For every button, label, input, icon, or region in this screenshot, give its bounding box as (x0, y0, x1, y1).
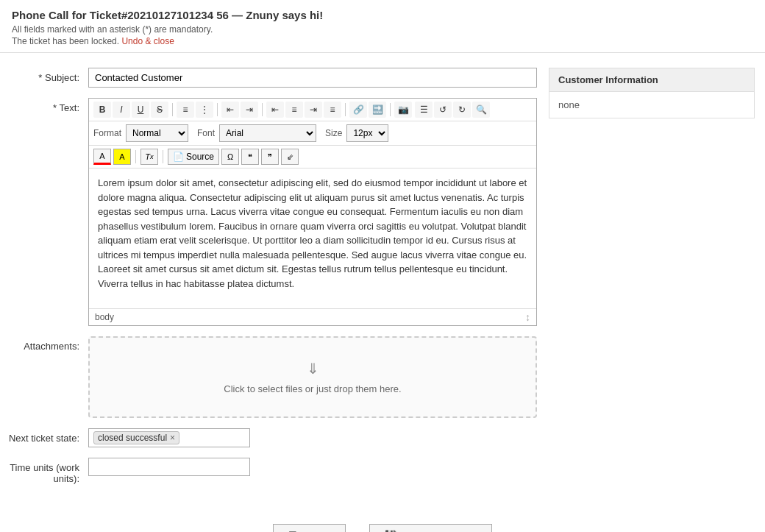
toolbar-row-1: B I U S ≡ ⋮ ⇤ ⇥ ⇤ ≡ ⇥ ≡ (89, 99, 536, 121)
editor-content[interactable]: Lorem ipsum dolor sit amet, consectetur … (89, 169, 536, 308)
subject-label: * Subject: (7, 68, 88, 83)
sep-7 (163, 150, 163, 163)
resize-handle[interactable]: ↕ (525, 311, 530, 323)
blockquote-button[interactable]: ❝ (241, 149, 259, 165)
next-state-label: Next ticket state: (7, 428, 88, 444)
redo-editor-button[interactable]: ↻ (453, 102, 471, 118)
quote-button[interactable]: ❞ (261, 149, 279, 165)
indent-button[interactable]: ⇥ (241, 102, 258, 118)
justify-full-button[interactable]: ☰ (415, 102, 433, 118)
submit-button[interactable]: ☑ Submit (273, 524, 346, 532)
source-icon: 📄 (173, 152, 184, 162)
next-state-input[interactable]: closed successful × (88, 428, 250, 447)
attachments-dropzone[interactable]: ⇓ Click to select files or just drop the… (88, 336, 537, 418)
save-new-button[interactable]: 💾 Save as new draft (369, 524, 492, 532)
unlink-button[interactable]: 🔜 (369, 102, 386, 118)
sidebar: Customer Information none (549, 68, 755, 494)
omega-button[interactable]: Ω (221, 149, 239, 165)
undo-editor-button[interactable]: ↺ (434, 102, 452, 118)
italic-button[interactable]: I (113, 102, 130, 118)
editor-wrapper: B I U S ≡ ⋮ ⇤ ⇥ ⇤ ≡ ⇥ ≡ (88, 98, 537, 326)
bottom-actions: ☑ Submit or 💾 Save as new draft (0, 509, 765, 532)
mandatory-note: All fields marked with an asterisk (*) a… (12, 24, 753, 35)
attachments-row: Attachments: ⇓ Click to select files or … (7, 336, 537, 418)
time-units-input[interactable] (88, 458, 250, 476)
font-label: Font (197, 128, 215, 138)
editor-footer: body ↕ (89, 308, 536, 325)
align-left-button[interactable]: ⇤ (266, 102, 284, 118)
time-units-row: Time units (work units): (7, 458, 537, 484)
sep-6 (135, 150, 136, 163)
next-state-tag-remove[interactable]: × (170, 433, 175, 443)
ordered-list-button[interactable]: ≡ (177, 102, 194, 118)
justify-button[interactable]: ≡ (324, 102, 341, 118)
body-tag: body (95, 312, 114, 322)
time-units-label: Time units (work units): (7, 458, 88, 484)
bold-button[interactable]: B (93, 102, 111, 118)
sep-3 (262, 103, 263, 116)
font-bgcolor-button[interactable]: A (113, 149, 131, 165)
format-label: Format (93, 128, 121, 138)
remove-format-button[interactable]: Tx (140, 149, 158, 165)
customer-info-header: Customer Information (549, 68, 754, 92)
undo-link[interactable]: Undo & close (121, 36, 174, 46)
sep-5 (390, 103, 391, 116)
customer-info-panel: Customer Information none (549, 68, 755, 118)
unordered-list-button[interactable]: ⋮ (196, 102, 213, 118)
editor-text: Lorem ipsum dolor sit amet, consectetur … (98, 176, 527, 291)
lock-notice: The ticket has been locked. Undo & close (12, 36, 753, 46)
toolbar-row-3: A A Tx 📄 Source Ω ❝ ❞ ⇙ (89, 146, 536, 169)
outdent-button[interactable]: ⇤ (221, 102, 239, 118)
sep-4 (345, 103, 346, 116)
page-header: Phone Call for Ticket#20210127101234 56 … (0, 0, 765, 53)
toolbar-row-2: Format Normal Heading 1 Heading 2 Font A… (89, 121, 536, 146)
next-state-row: Next ticket state: closed successful × (7, 428, 537, 447)
align-center-button[interactable]: ≡ (285, 102, 303, 118)
search-editor-button[interactable]: 🔍 (472, 102, 490, 118)
customer-info-body: none (549, 92, 754, 118)
text-row: * Text: B I U S ≡ ⋮ ⇤ ⇥ (7, 98, 537, 326)
sep-2 (217, 103, 218, 116)
underline-button[interactable]: U (132, 102, 149, 118)
font-color-button[interactable]: A (93, 149, 111, 165)
size-label: Size (325, 128, 342, 138)
size-select[interactable]: 12px 14px 16px (346, 124, 388, 142)
upload-icon: ⇓ (104, 360, 521, 377)
sep-1 (172, 103, 173, 116)
next-state-tag: closed successful × (93, 431, 179, 444)
align-right-button[interactable]: ⇥ (305, 102, 322, 118)
drop-text: Click to select files or just drop them … (104, 383, 521, 394)
font-select[interactable]: Arial Times New Roman Courier (219, 124, 316, 142)
source-button[interactable]: 📄 Source (168, 149, 219, 165)
link-button[interactable]: 🔗 (349, 102, 367, 118)
format-select[interactable]: Normal Heading 1 Heading 2 (126, 124, 188, 142)
page-title: Phone Call for Ticket#20210127101234 56 … (12, 9, 753, 21)
text-label: * Text: (7, 98, 88, 113)
strikethrough-button[interactable]: S (151, 102, 168, 118)
subject-input[interactable] (88, 68, 537, 88)
image-button[interactable]: 📷 (394, 102, 412, 118)
maximize-button[interactable]: ⇙ (281, 149, 299, 165)
attachments-label: Attachments: (7, 336, 88, 352)
subject-row: * Subject: (7, 68, 537, 88)
